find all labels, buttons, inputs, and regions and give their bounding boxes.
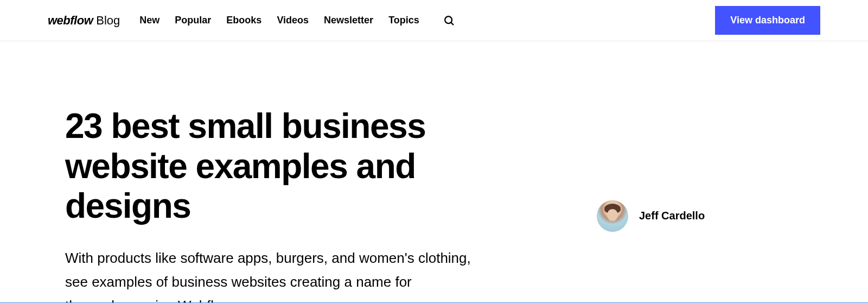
logo-brand: webflow: [48, 14, 93, 28]
nav-videos[interactable]: Videos: [277, 15, 309, 26]
article-title: 23 best small business website examples …: [65, 106, 542, 226]
nav-popular[interactable]: Popular: [175, 15, 211, 26]
author-name: Jeff Cardello: [639, 210, 705, 222]
nav-newsletter[interactable]: Newsletter: [324, 15, 373, 26]
main-content: 23 best small business website examples …: [0, 41, 868, 303]
svg-line-1: [451, 22, 453, 24]
article: 23 best small business website examples …: [65, 106, 542, 303]
primary-nav: New Popular Ebooks Videos Newsletter Top…: [139, 15, 419, 26]
logo[interactable]: webflow Blog: [48, 14, 120, 28]
site-header: webflow Blog New Popular Ebooks Videos N…: [0, 0, 868, 41]
nav-ebooks[interactable]: Ebooks: [226, 15, 261, 26]
nav-new[interactable]: New: [139, 15, 159, 26]
view-dashboard-button[interactable]: View dashboard: [715, 6, 820, 35]
nav-topics[interactable]: Topics: [388, 15, 419, 26]
search-icon: [443, 15, 455, 27]
search-button[interactable]: [441, 12, 457, 29]
author-block: Jeff Cardello: [597, 114, 705, 303]
article-subtitle: With products like software apps, burger…: [65, 246, 477, 303]
author-avatar: [597, 200, 628, 232]
logo-sub: Blog: [96, 14, 120, 28]
